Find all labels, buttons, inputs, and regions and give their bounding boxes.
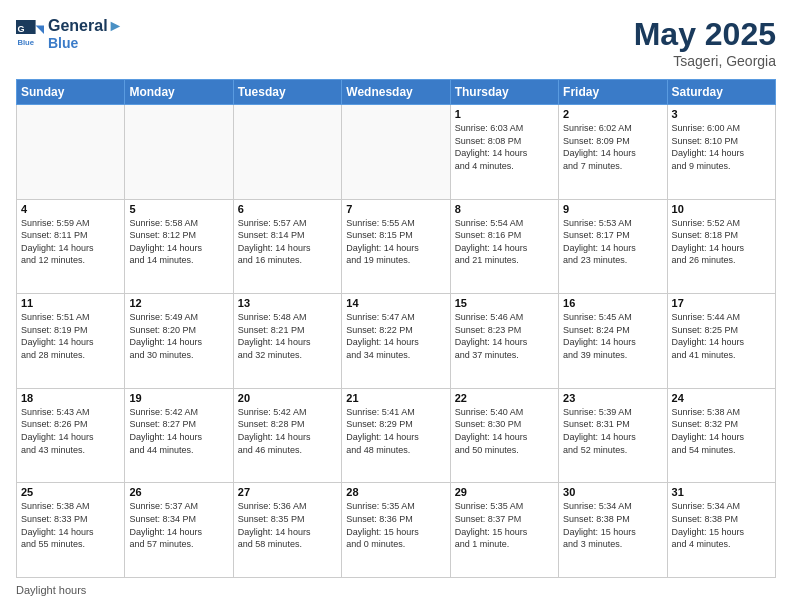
calendar-day-cell: 27Sunrise: 5:36 AM Sunset: 8:35 PM Dayli… — [233, 483, 341, 578]
day-number: 1 — [455, 108, 554, 120]
month-title: May 2025 — [634, 16, 776, 53]
calendar-header-cell: Tuesday — [233, 80, 341, 105]
day-number: 20 — [238, 392, 337, 404]
day-info: Sunrise: 5:57 AM Sunset: 8:14 PM Dayligh… — [238, 217, 337, 267]
calendar-day-cell: 23Sunrise: 5:39 AM Sunset: 8:31 PM Dayli… — [559, 388, 667, 483]
day-number: 29 — [455, 486, 554, 498]
calendar-day-cell — [17, 105, 125, 200]
day-number: 25 — [21, 486, 120, 498]
day-number: 14 — [346, 297, 445, 309]
calendar-day-cell: 29Sunrise: 5:35 AM Sunset: 8:37 PM Dayli… — [450, 483, 558, 578]
calendar-day-cell: 30Sunrise: 5:34 AM Sunset: 8:38 PM Dayli… — [559, 483, 667, 578]
calendar-day-cell: 25Sunrise: 5:38 AM Sunset: 8:33 PM Dayli… — [17, 483, 125, 578]
day-number: 16 — [563, 297, 662, 309]
calendar-day-cell: 6Sunrise: 5:57 AM Sunset: 8:14 PM Daylig… — [233, 199, 341, 294]
calendar-week-row: 1Sunrise: 6:03 AM Sunset: 8:08 PM Daylig… — [17, 105, 776, 200]
day-info: Sunrise: 5:52 AM Sunset: 8:18 PM Dayligh… — [672, 217, 771, 267]
day-number: 9 — [563, 203, 662, 215]
calendar-week-row: 25Sunrise: 5:38 AM Sunset: 8:33 PM Dayli… — [17, 483, 776, 578]
day-number: 18 — [21, 392, 120, 404]
day-info: Sunrise: 5:44 AM Sunset: 8:25 PM Dayligh… — [672, 311, 771, 361]
day-number: 4 — [21, 203, 120, 215]
calendar-day-cell: 9Sunrise: 5:53 AM Sunset: 8:17 PM Daylig… — [559, 199, 667, 294]
day-info: Sunrise: 5:53 AM Sunset: 8:17 PM Dayligh… — [563, 217, 662, 267]
day-number: 6 — [238, 203, 337, 215]
calendar-day-cell — [233, 105, 341, 200]
day-info: Sunrise: 5:36 AM Sunset: 8:35 PM Dayligh… — [238, 500, 337, 550]
calendar-header-cell: Thursday — [450, 80, 558, 105]
calendar-day-cell: 20Sunrise: 5:42 AM Sunset: 8:28 PM Dayli… — [233, 388, 341, 483]
calendar-day-cell: 19Sunrise: 5:42 AM Sunset: 8:27 PM Dayli… — [125, 388, 233, 483]
day-number: 17 — [672, 297, 771, 309]
day-info: Sunrise: 6:00 AM Sunset: 8:10 PM Dayligh… — [672, 122, 771, 172]
day-number: 15 — [455, 297, 554, 309]
logo: G Blue General► Blue — [16, 16, 123, 52]
footer-label: Daylight hours — [16, 584, 86, 596]
day-number: 26 — [129, 486, 228, 498]
day-info: Sunrise: 5:58 AM Sunset: 8:12 PM Dayligh… — [129, 217, 228, 267]
calendar-day-cell: 14Sunrise: 5:47 AM Sunset: 8:22 PM Dayli… — [342, 294, 450, 389]
calendar-week-row: 11Sunrise: 5:51 AM Sunset: 8:19 PM Dayli… — [17, 294, 776, 389]
footer: Daylight hours — [16, 584, 776, 596]
calendar-day-cell: 11Sunrise: 5:51 AM Sunset: 8:19 PM Dayli… — [17, 294, 125, 389]
calendar-header-cell: Friday — [559, 80, 667, 105]
calendar-week-row: 4Sunrise: 5:59 AM Sunset: 8:11 PM Daylig… — [17, 199, 776, 294]
day-info: Sunrise: 5:45 AM Sunset: 8:24 PM Dayligh… — [563, 311, 662, 361]
calendar-day-cell: 3Sunrise: 6:00 AM Sunset: 8:10 PM Daylig… — [667, 105, 775, 200]
calendar-day-cell: 12Sunrise: 5:49 AM Sunset: 8:20 PM Dayli… — [125, 294, 233, 389]
day-info: Sunrise: 5:38 AM Sunset: 8:33 PM Dayligh… — [21, 500, 120, 550]
day-number: 8 — [455, 203, 554, 215]
calendar-day-cell: 13Sunrise: 5:48 AM Sunset: 8:21 PM Dayli… — [233, 294, 341, 389]
header: G Blue General► Blue May 2025 Tsageri, G… — [16, 16, 776, 69]
day-info: Sunrise: 6:02 AM Sunset: 8:09 PM Dayligh… — [563, 122, 662, 172]
calendar-header-row: SundayMondayTuesdayWednesdayThursdayFrid… — [17, 80, 776, 105]
calendar-day-cell: 8Sunrise: 5:54 AM Sunset: 8:16 PM Daylig… — [450, 199, 558, 294]
calendar-table: SundayMondayTuesdayWednesdayThursdayFrid… — [16, 79, 776, 578]
day-info: Sunrise: 5:51 AM Sunset: 8:19 PM Dayligh… — [21, 311, 120, 361]
page: G Blue General► Blue May 2025 Tsageri, G… — [0, 0, 792, 612]
day-info: Sunrise: 5:42 AM Sunset: 8:28 PM Dayligh… — [238, 406, 337, 456]
calendar-header-cell: Sunday — [17, 80, 125, 105]
day-info: Sunrise: 5:46 AM Sunset: 8:23 PM Dayligh… — [455, 311, 554, 361]
calendar-week-row: 18Sunrise: 5:43 AM Sunset: 8:26 PM Dayli… — [17, 388, 776, 483]
calendar-day-cell: 15Sunrise: 5:46 AM Sunset: 8:23 PM Dayli… — [450, 294, 558, 389]
day-number: 22 — [455, 392, 554, 404]
calendar-header-cell: Saturday — [667, 80, 775, 105]
day-info: Sunrise: 5:37 AM Sunset: 8:34 PM Dayligh… — [129, 500, 228, 550]
calendar-day-cell: 16Sunrise: 5:45 AM Sunset: 8:24 PM Dayli… — [559, 294, 667, 389]
svg-text:G: G — [17, 24, 24, 34]
day-number: 31 — [672, 486, 771, 498]
svg-text:Blue: Blue — [17, 38, 34, 47]
day-info: Sunrise: 5:38 AM Sunset: 8:32 PM Dayligh… — [672, 406, 771, 456]
calendar-day-cell: 4Sunrise: 5:59 AM Sunset: 8:11 PM Daylig… — [17, 199, 125, 294]
calendar-day-cell: 21Sunrise: 5:41 AM Sunset: 8:29 PM Dayli… — [342, 388, 450, 483]
day-info: Sunrise: 6:03 AM Sunset: 8:08 PM Dayligh… — [455, 122, 554, 172]
day-number: 28 — [346, 486, 445, 498]
calendar-day-cell — [125, 105, 233, 200]
day-info: Sunrise: 5:59 AM Sunset: 8:11 PM Dayligh… — [21, 217, 120, 267]
calendar-day-cell: 10Sunrise: 5:52 AM Sunset: 8:18 PM Dayli… — [667, 199, 775, 294]
day-info: Sunrise: 5:48 AM Sunset: 8:21 PM Dayligh… — [238, 311, 337, 361]
day-info: Sunrise: 5:42 AM Sunset: 8:27 PM Dayligh… — [129, 406, 228, 456]
day-info: Sunrise: 5:35 AM Sunset: 8:37 PM Dayligh… — [455, 500, 554, 550]
day-info: Sunrise: 5:47 AM Sunset: 8:22 PM Dayligh… — [346, 311, 445, 361]
calendar-day-cell: 2Sunrise: 6:02 AM Sunset: 8:09 PM Daylig… — [559, 105, 667, 200]
calendar-header-cell: Monday — [125, 80, 233, 105]
calendar-day-cell: 7Sunrise: 5:55 AM Sunset: 8:15 PM Daylig… — [342, 199, 450, 294]
day-info: Sunrise: 5:49 AM Sunset: 8:20 PM Dayligh… — [129, 311, 228, 361]
day-info: Sunrise: 5:54 AM Sunset: 8:16 PM Dayligh… — [455, 217, 554, 267]
day-number: 24 — [672, 392, 771, 404]
day-number: 23 — [563, 392, 662, 404]
calendar-day-cell: 26Sunrise: 5:37 AM Sunset: 8:34 PM Dayli… — [125, 483, 233, 578]
calendar-day-cell: 1Sunrise: 6:03 AM Sunset: 8:08 PM Daylig… — [450, 105, 558, 200]
day-number: 5 — [129, 203, 228, 215]
calendar-day-cell: 24Sunrise: 5:38 AM Sunset: 8:32 PM Dayli… — [667, 388, 775, 483]
day-info: Sunrise: 5:34 AM Sunset: 8:38 PM Dayligh… — [672, 500, 771, 550]
day-info: Sunrise: 5:39 AM Sunset: 8:31 PM Dayligh… — [563, 406, 662, 456]
title-block: May 2025 Tsageri, Georgia — [634, 16, 776, 69]
calendar-day-cell: 28Sunrise: 5:35 AM Sunset: 8:36 PM Dayli… — [342, 483, 450, 578]
calendar-day-cell: 18Sunrise: 5:43 AM Sunset: 8:26 PM Dayli… — [17, 388, 125, 483]
day-number: 27 — [238, 486, 337, 498]
logo-blue-text: Blue — [48, 35, 123, 52]
calendar-day-cell: 17Sunrise: 5:44 AM Sunset: 8:25 PM Dayli… — [667, 294, 775, 389]
